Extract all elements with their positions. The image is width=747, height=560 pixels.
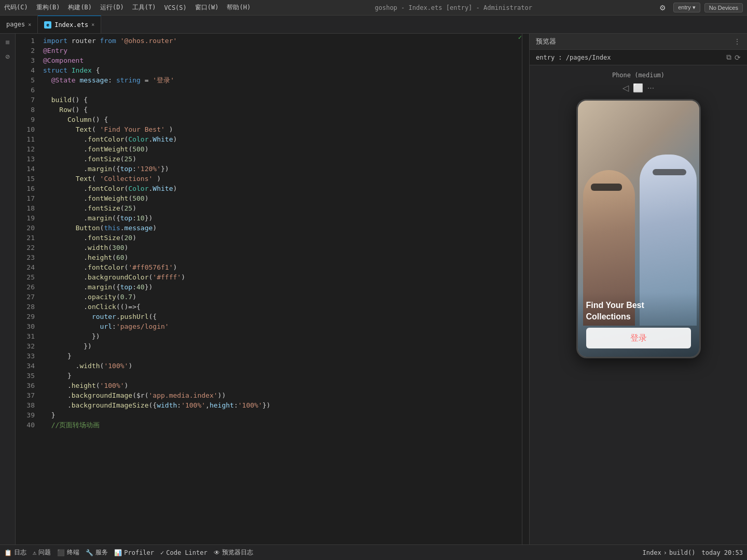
breadcrumb-index: Index <box>643 549 661 556</box>
breadcrumb-build: build() <box>669 549 696 556</box>
preview-path-icons: ⧉ ⟳ <box>726 53 741 62</box>
profiler-label: Profiler <box>124 549 154 556</box>
issue-label: 问题 <box>38 548 51 557</box>
code-line-10: Text( 'Find Your Best' ) <box>43 124 511 134</box>
code-line-6 <box>43 85 511 95</box>
no-devices-button[interactable]: No Devices <box>704 3 743 12</box>
device-controls: ◁ ⬜ ··· <box>622 83 654 93</box>
main-layout: ≡ ⊘ 1 2 3 4 5 6 7 8 9 10 11 12 13 14 15 <box>0 34 747 544</box>
sidebar-icon-1[interactable]: ≡ <box>2 36 14 48</box>
device-back-button[interactable]: ◁ <box>622 83 629 93</box>
sidebar-icon-2[interactable]: ⊘ <box>2 50 14 63</box>
code-line-29: router.pushUrl({ <box>43 312 511 321</box>
code-content[interactable]: import router from '@ohos.router' @Entry… <box>39 34 516 544</box>
menu-build[interactable]: 构建(B) <box>68 3 92 12</box>
tab-pages[interactable]: pages × <box>0 16 38 33</box>
tab-pages-close[interactable]: × <box>28 22 31 27</box>
status-profiler[interactable]: 📊 Profiler <box>114 549 154 556</box>
service-icon: 🔧 <box>86 549 93 556</box>
code-line-13: .fontSize(25) <box>43 154 511 164</box>
code-line-21: .fontSize(20) <box>43 233 511 243</box>
checkmark-icon: ✓ <box>518 34 522 41</box>
preview-refresh-button[interactable]: ⟳ <box>735 53 741 62</box>
menu-window[interactable]: 窗口(W) <box>195 3 219 12</box>
breadcrumb-separator: › <box>663 549 667 556</box>
code-line-20: Button(this.message) <box>43 223 511 233</box>
code-line-28: .onClick(()=>{ <box>43 302 511 312</box>
code-line-1: import router from '@ohos.router' <box>43 36 511 46</box>
editor-scrollbar[interactable] <box>522 34 529 544</box>
log-icon: 📋 <box>4 549 12 556</box>
menu-refactor[interactable]: 重构(B) <box>36 3 60 12</box>
code-line-37: .backgroundImage($r('app.media.index')) <box>43 390 511 400</box>
preview-header: 预览器 ⋮ <box>530 34 747 50</box>
code-line-26: .margin({top:40}) <box>43 282 511 292</box>
status-breadcrumb: Index › build() <box>643 549 696 556</box>
status-timestamp: today 20:53 <box>702 549 743 556</box>
phone-overlay: Find Your Best Collections 登录 <box>578 292 699 357</box>
code-line-4: struct Index { <box>43 65 511 75</box>
profiler-icon: 📊 <box>114 549 122 556</box>
code-line-9: Column() { <box>43 115 511 124</box>
phone-subtitle: Collections <box>586 312 691 321</box>
code-line-7: build() { <box>43 95 511 105</box>
issue-icon: ⚠ <box>33 549 36 556</box>
status-codelinter[interactable]: ✓ Code Linter <box>160 549 208 556</box>
code-line-34: .width('100%') <box>43 361 511 371</box>
right-gutter: ✓ <box>516 34 522 544</box>
code-line-16: .fontColor(Color.White) <box>43 184 511 193</box>
menu-run[interactable]: 运行(D) <box>100 3 124 12</box>
device-home-button[interactable]: ⬜ <box>633 83 643 93</box>
code-line-40: //页面转场动画 <box>43 420 511 430</box>
preview-panel: 预览器 ⋮ entry : /pages/Index ⧉ ⟳ Phone (me… <box>529 34 747 544</box>
menu-help[interactable]: 帮助(H) <box>227 3 251 12</box>
code-line-35: } <box>43 371 511 381</box>
phone-login-button[interactable]: 登录 <box>586 328 691 348</box>
code-line-27: .opacity(0.7) <box>43 292 511 302</box>
sidebar-icons: ≡ ⊘ <box>0 34 16 544</box>
phone-frame: Find Your Best Collections 登录 <box>576 99 701 358</box>
settings-button[interactable]: ⚙ <box>656 3 669 13</box>
preview-more-button[interactable]: ⋮ <box>734 37 741 46</box>
preview-path-bar: entry : /pages/Index ⧉ ⟳ <box>530 50 747 65</box>
sunglasses-left <box>591 184 622 191</box>
code-line-15: Text( 'Collections' ) <box>43 174 511 184</box>
menu-code[interactable]: 代码(C) <box>4 3 28 12</box>
code-line-33: } <box>43 351 511 361</box>
code-line-36: .height('100%') <box>43 381 511 390</box>
phone-screen: Find Your Best Collections 登录 <box>578 101 699 357</box>
tab-index[interactable]: e Index.ets × <box>38 16 101 33</box>
code-line-24: .fontColor('#ff0576f1') <box>43 262 511 272</box>
device-label: Phone (medium) <box>612 72 665 79</box>
code-line-19: .margin({top:10}) <box>43 213 511 223</box>
status-terminal[interactable]: ⬛ 终端 <box>57 548 79 557</box>
code-line-39: } <box>43 410 511 420</box>
code-line-30: url:'pages/login' <box>43 321 511 331</box>
previewlog-icon: 👁 <box>214 549 220 556</box>
code-line-31: }) <box>43 331 511 341</box>
preview-toggle-button[interactable]: ⧉ <box>726 53 731 62</box>
code-line-2: @Entry <box>43 46 511 55</box>
code-line-23: .height(60) <box>43 253 511 262</box>
codelinter-icon: ✓ <box>160 549 164 556</box>
menu-tools[interactable]: 工具(T) <box>132 3 156 12</box>
preview-body: Phone (medium) ◁ ⬜ ··· <box>530 65 747 544</box>
tab-index-close[interactable]: × <box>91 22 94 27</box>
line-numbers: 1 2 3 4 5 6 7 8 9 10 11 12 13 14 15 16 1… <box>16 34 39 544</box>
status-previewlog[interactable]: 👁 预览器日志 <box>214 548 253 557</box>
status-log[interactable]: 📋 日志 <box>4 548 26 557</box>
code-line-22: .width(300) <box>43 243 511 253</box>
service-label: 服务 <box>95 548 108 557</box>
status-service[interactable]: 🔧 服务 <box>86 548 108 557</box>
entry-button[interactable]: entry ▾ <box>673 3 700 12</box>
tab-index-icon: e <box>44 21 51 29</box>
status-issue[interactable]: ⚠ 问题 <box>33 548 51 557</box>
menu-vcs[interactable]: VCS(S) <box>164 4 186 11</box>
code-line-3: @Component <box>43 55 511 65</box>
status-bar: 📋 日志 ⚠ 问题 ⬛ 终端 🔧 服务 📊 Profiler ✓ Code Li… <box>0 544 747 560</box>
code-line-25: .backgroundColor('#ffff') <box>43 272 511 282</box>
device-more-button[interactable]: ··· <box>647 83 654 93</box>
code-line-38: .backgroundImageSize({width:'100%',heigh… <box>43 400 511 410</box>
code-line-8: Row() { <box>43 105 511 115</box>
code-line-32: }) <box>43 341 511 351</box>
